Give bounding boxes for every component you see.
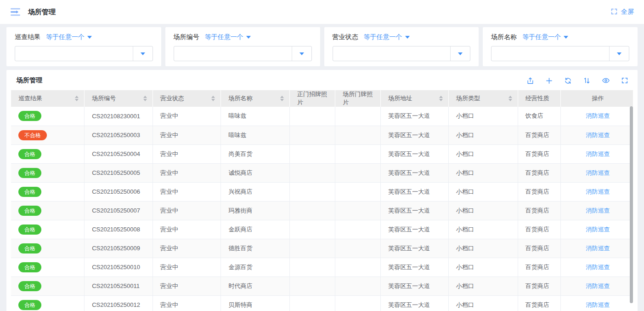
filter-select-value[interactable] — [174, 46, 292, 61]
cell-door-plate-photo — [335, 276, 381, 295]
table-header-row: 巡查结果场所编号营业状态场所名称正门招牌照片场所门牌照片场所地址场所类型经营性质… — [11, 90, 633, 107]
fire-inspection-link[interactable]: 消防巡查 — [586, 112, 610, 119]
filter-label: 营业状态 — [333, 33, 358, 41]
table-row: 合格CS202105250006营业中兴祝商店芙蓉区五一大道小档口百货商店消防巡… — [11, 182, 633, 201]
fire-inspection-link[interactable]: 消防巡查 — [586, 207, 610, 214]
filter-select-input[interactable] — [491, 46, 629, 61]
cell-inspection-result: 合格 — [11, 295, 85, 311]
column-header-4[interactable]: 场所名称 — [221, 90, 290, 107]
filter-operator-dropdown[interactable]: 等于任意一个 — [46, 33, 92, 41]
filter-operator-dropdown[interactable]: 等于任意一个 — [205, 33, 251, 41]
cell-venue-name: 玛雅街商 — [221, 201, 290, 220]
cell-venue-address: 芙蓉区五一大道 — [381, 163, 449, 182]
sort-toggle-icon[interactable] — [508, 96, 512, 101]
cell-venue-type: 小档口 — [448, 144, 518, 163]
cell-front-sign-photo — [290, 144, 335, 163]
fire-inspection-link[interactable]: 消防巡查 — [586, 301, 610, 308]
select-dropdown-toggle[interactable] — [292, 46, 311, 61]
filter-card-4: 场所名称等于任意一个 — [483, 27, 638, 66]
column-header-3[interactable]: 营业状态 — [153, 90, 221, 107]
column-header-1[interactable]: 巡查结果 — [11, 90, 85, 107]
cell-door-plate-photo — [335, 201, 381, 220]
export-icon[interactable] — [526, 77, 534, 85]
sort-toggle-icon[interactable] — [439, 96, 443, 101]
select-dropdown-toggle[interactable] — [609, 46, 629, 61]
cell-venue-name: 时代商店 — [221, 276, 290, 295]
cell-door-plate-photo — [335, 126, 381, 144]
cell-business-status: 营业中 — [153, 163, 221, 182]
fullscreen-button[interactable]: 全屏 — [610, 8, 634, 17]
cell-venue-name: 金源百货 — [221, 258, 290, 276]
cell-actions: 消防巡查 — [560, 144, 633, 163]
filter-select-input[interactable] — [15, 46, 153, 61]
sort-icon[interactable] — [583, 77, 591, 85]
eye-icon[interactable] — [602, 76, 610, 85]
column-header-label: 巡查结果 — [18, 94, 42, 103]
fire-inspection-link[interactable]: 消防巡查 — [586, 188, 610, 195]
select-dropdown-toggle[interactable] — [133, 46, 153, 61]
fire-inspection-link[interactable]: 消防巡查 — [586, 150, 610, 157]
filter-operator-label: 等于任意一个 — [205, 33, 243, 41]
venues-table: 巡查结果场所编号营业状态场所名称正门招牌照片场所门牌照片场所地址场所类型经营性质… — [11, 90, 633, 311]
cell-actions: 消防巡查 — [560, 107, 633, 126]
column-header-2[interactable]: 场所编号 — [85, 90, 153, 107]
sort-toggle-icon[interactable] — [143, 96, 147, 101]
column-header-label: 操作 — [592, 94, 604, 103]
filter-select-value[interactable] — [491, 46, 609, 61]
filter-operator-dropdown[interactable]: 等于任意一个 — [522, 33, 568, 41]
cell-venue-address: 芙蓉区五一大道 — [381, 220, 449, 239]
fire-inspection-link[interactable]: 消防巡查 — [586, 245, 610, 252]
table-row: 合格CS202105250010营业中金源百货芙蓉区五一大道小档口百货商店消防巡… — [11, 258, 633, 276]
filter-panel: 巡查结果等于任意一个场所编号等于任意一个营业状态等于任意一个场所名称等于任意一个 — [6, 27, 638, 66]
filter-select-input[interactable] — [333, 46, 471, 61]
cell-venue-address: 芙蓉区五一大道 — [381, 276, 449, 295]
cell-venue-address: 芙蓉区五一大道 — [381, 126, 449, 144]
filter-select-input[interactable] — [174, 46, 312, 61]
cell-venue-address: 芙蓉区五一大道 — [381, 295, 449, 311]
filter-card-1: 巡查结果等于任意一个 — [6, 27, 161, 66]
cell-venue-code: CS202105250008 — [85, 220, 153, 239]
fire-inspection-link[interactable]: 消防巡查 — [586, 264, 610, 271]
filter-operator-dropdown[interactable]: 等于任意一个 — [364, 33, 410, 41]
filter-select-value[interactable] — [15, 46, 133, 61]
fire-inspection-link[interactable]: 消防巡查 — [586, 132, 610, 138]
cell-venue-code: CS202105250005 — [85, 163, 153, 182]
filter-operator-label: 等于任意一个 — [46, 33, 85, 41]
cell-venue-name: 兴祝商店 — [221, 182, 290, 201]
filter-label: 场所编号 — [174, 33, 199, 41]
menu-collapse-icon[interactable] — [10, 7, 21, 17]
fire-inspection-link[interactable]: 消防巡查 — [586, 282, 610, 289]
sort-toggle-icon[interactable] — [75, 96, 79, 101]
content-area: 巡查结果等于任意一个场所编号等于任意一个营业状态等于任意一个场所名称等于任意一个… — [0, 24, 644, 311]
cell-inspection-result: 合格 — [11, 220, 85, 239]
refresh-icon[interactable] — [564, 77, 572, 85]
fullscreen-icon[interactable] — [621, 77, 628, 84]
cell-venue-address: 芙蓉区五一大道 — [381, 239, 449, 258]
select-dropdown-toggle[interactable] — [450, 46, 470, 61]
cell-inspection-result: 不合格 — [11, 126, 85, 144]
cell-inspection-result: 合格 — [11, 107, 85, 126]
cell-actions: 消防巡查 — [560, 126, 633, 144]
column-header-7[interactable]: 场所地址 — [381, 90, 449, 107]
cell-business-status: 营业中 — [153, 239, 221, 258]
filter-select-value[interactable] — [333, 46, 451, 61]
sort-toggle-icon[interactable] — [280, 96, 284, 101]
cell-venue-code: CS202105250010 — [85, 258, 153, 276]
cell-venue-code: CS202105250006 — [85, 182, 153, 201]
cell-business-nature: 百货商店 — [518, 295, 560, 311]
cell-venue-type: 小档口 — [448, 201, 518, 220]
fire-inspection-link[interactable]: 消防巡查 — [586, 169, 610, 176]
vertical-scrollbar-thumb[interactable] — [630, 106, 633, 303]
column-header-label: 场所门牌照片 — [343, 90, 375, 107]
sort-toggle-icon[interactable] — [211, 96, 215, 101]
column-header-5: 正门招牌照片 — [290, 90, 335, 107]
cell-front-sign-photo — [290, 239, 335, 258]
cell-door-plate-photo — [335, 239, 381, 258]
cell-door-plate-photo — [335, 220, 381, 239]
add-icon[interactable] — [545, 77, 553, 85]
column-header-8[interactable]: 场所类型 — [448, 90, 518, 107]
cell-business-status: 营业中 — [153, 295, 221, 311]
fire-inspection-link[interactable]: 消防巡查 — [586, 226, 610, 233]
cell-business-status: 营业中 — [153, 258, 221, 276]
status-badge: 合格 — [18, 149, 41, 159]
